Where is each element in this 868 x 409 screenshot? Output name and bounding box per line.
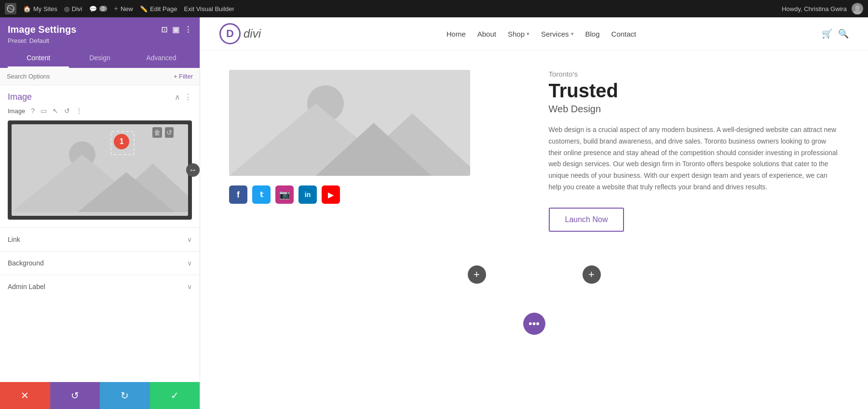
- site-nav: Home About Shop ▾ Services ▾ Blog Contac: [447, 30, 637, 38]
- sidebar-panel: Image Settings ⊡ ▣ ⋮ Preset: Default Con…: [0, 17, 200, 409]
- field-more-icon[interactable]: ⋮: [76, 107, 82, 115]
- logo-circle: D: [219, 23, 241, 44]
- facebook-icon[interactable]: f: [229, 185, 247, 204]
- linkedin-icon[interactable]: in: [298, 185, 317, 204]
- section-header-right: ∧ ⋮: [175, 92, 192, 102]
- launch-button[interactable]: Launch Now: [549, 208, 624, 232]
- new-menu[interactable]: + New: [114, 4, 133, 13]
- filter-button[interactable]: + Filter: [174, 73, 193, 80]
- hero-description: Web design is a crucial aspect of any mo…: [549, 124, 840, 193]
- image-label: Image: [8, 107, 25, 115]
- link-section-title: Link: [8, 236, 20, 243]
- hero-image: [229, 70, 470, 176]
- tab-content[interactable]: Content: [8, 49, 69, 68]
- nav-contact[interactable]: Contact: [611, 30, 637, 38]
- site-header: D divi Home About Shop ▾ Services ▾: [200, 17, 868, 51]
- help-icon[interactable]: ?: [31, 107, 35, 115]
- add-row-button-left[interactable]: +: [468, 265, 486, 284]
- edit-page-link[interactable]: ✏️ Edit Page: [140, 5, 177, 13]
- delete-overlay-icon[interactable]: 🗑: [152, 127, 162, 138]
- tab-advanced[interactable]: Advanced: [131, 49, 192, 68]
- page-wrapper: Image Settings ⊡ ▣ ⋮ Preset: Default Con…: [0, 17, 868, 409]
- hero-left: f 𝕥 📷 in ▶: [229, 70, 520, 204]
- tab-design[interactable]: Design: [69, 49, 130, 68]
- background-chevron-icon: ∨: [187, 259, 192, 267]
- background-section-title: Background: [8, 259, 44, 267]
- nav-home[interactable]: Home: [447, 30, 466, 38]
- redo-button[interactable]: ↻: [100, 382, 150, 409]
- image-section-title: Image: [8, 92, 32, 102]
- bottom-action-bar: ✕ ↺ ↻ ✓: [0, 382, 200, 409]
- my-sites-menu[interactable]: 🏠 My Sites: [23, 5, 57, 13]
- background-section-header[interactable]: Background ∨: [0, 251, 200, 275]
- youtube-icon[interactable]: ▶: [322, 185, 340, 204]
- nav-icons: 🛒 🔍: [822, 28, 849, 39]
- mobile-icon[interactable]: ▭: [41, 107, 47, 115]
- admin-label-section: Admin Label ∨: [0, 275, 200, 298]
- section-more-icon[interactable]: ⋮: [184, 92, 192, 102]
- background-section: Background ∨: [0, 251, 200, 275]
- social-icons: f 𝕥 📷 in ▶: [229, 185, 520, 204]
- svg-point-1: [855, 5, 860, 10]
- overlay-icons: 🗑 ↺: [152, 127, 174, 138]
- image-section-header: Image ∧ ⋮: [0, 85, 200, 107]
- nav-blog[interactable]: Blog: [585, 30, 600, 38]
- exit-builder-button[interactable]: Exit Visual Builder: [184, 5, 234, 13]
- add-row-button-right[interactable]: +: [583, 265, 601, 284]
- link-chevron-icon: ∨: [187, 236, 192, 243]
- admin-bar-left: 🏠 My Sites ◎ Divi 💬 0 + New ✏️ Edit Page…: [5, 3, 774, 14]
- divi-menu[interactable]: ◎ Divi: [64, 5, 82, 13]
- collapse-icon[interactable]: ∧: [175, 92, 180, 102]
- sidebar-content: Image ∧ ⋮ Image ? ▭ ↖ ↺ ⋮: [0, 85, 200, 409]
- sidebar-tabs: Content Design Advanced: [0, 49, 200, 68]
- resize-handle[interactable]: ↔: [186, 163, 200, 177]
- comments-menu[interactable]: 💬 0: [89, 5, 107, 13]
- wordpress-icon[interactable]: [5, 3, 16, 14]
- admin-bar-right: Howdy, Christina Gwira: [782, 3, 863, 14]
- restore-overlay-icon[interactable]: ↺: [165, 127, 174, 138]
- logo-text: divi: [244, 27, 261, 40]
- admin-label-chevron-icon: ∨: [187, 283, 192, 290]
- shop-chevron-icon: ▾: [527, 31, 529, 37]
- link-section-header[interactable]: Link ∨: [0, 228, 200, 251]
- image-placeholder: [12, 124, 188, 216]
- svg-point-2: [854, 10, 861, 14]
- cancel-button[interactable]: ✕: [0, 382, 50, 409]
- nav-shop[interactable]: Shop ▾: [508, 30, 529, 38]
- services-chevron-icon: ▾: [571, 31, 574, 37]
- undo-field-icon[interactable]: ↺: [64, 107, 70, 115]
- more-options-icon[interactable]: ⋮: [184, 25, 192, 34]
- user-avatar[interactable]: [852, 3, 863, 14]
- admin-bar: 🏠 My Sites ◎ Divi 💬 0 + New ✏️ Edit Page…: [0, 0, 868, 17]
- cart-icon[interactable]: 🛒: [822, 28, 832, 39]
- undo-button[interactable]: ↺: [50, 382, 100, 409]
- search-nav-icon[interactable]: 🔍: [838, 28, 849, 39]
- hero-service: Web Design: [549, 104, 840, 115]
- confirm-button[interactable]: ✓: [150, 382, 200, 409]
- image-section: Image ∧ ⋮ Image ? ▭ ↖ ↺ ⋮: [0, 85, 200, 220]
- sidebar-header-icons: ⊡ ▣ ⋮: [161, 25, 192, 34]
- hero-section: f 𝕥 📷 in ▶ T: [200, 51, 868, 251]
- admin-label-section-title: Admin Label: [8, 283, 45, 290]
- main-content: D divi Home About Shop ▾ Services ▾: [200, 17, 868, 409]
- cursor-icon[interactable]: ↖: [53, 107, 58, 115]
- image-controls: Image ? ▭ ↖ ↺ ⋮: [0, 107, 200, 120]
- site-logo: D divi: [219, 23, 261, 44]
- admin-label-section-header[interactable]: Admin Label ∨: [0, 275, 200, 298]
- image-preview: 🗑 ↺ 1: [12, 124, 188, 216]
- nav-services[interactable]: Services ▾: [541, 30, 574, 38]
- float-menu-wrap: •••: [200, 303, 868, 354]
- split-icon[interactable]: ▣: [172, 25, 179, 34]
- sidebar-preset[interactable]: Preset: Default: [8, 37, 192, 44]
- twitter-icon[interactable]: 𝕥: [252, 185, 271, 204]
- sidebar-title-row: Image Settings ⊡ ▣ ⋮: [8, 24, 192, 35]
- search-input[interactable]: [7, 73, 169, 80]
- instagram-icon[interactable]: 📷: [275, 185, 294, 204]
- nav-about[interactable]: About: [477, 30, 496, 38]
- resize-icon[interactable]: ⊡: [161, 25, 167, 34]
- hero-title: Trusted: [549, 80, 840, 102]
- link-section: Link ∨: [0, 227, 200, 251]
- float-menu-button[interactable]: •••: [523, 313, 545, 335]
- sidebar-title: Image Settings: [8, 24, 76, 35]
- builder-row-controls: + +: [200, 265, 868, 298]
